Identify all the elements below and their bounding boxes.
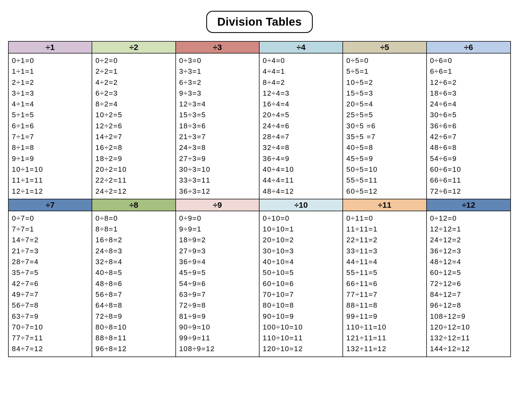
page-title: Division Tables	[206, 11, 313, 33]
table-header: ÷1	[9, 42, 92, 53]
equation-row: 77÷11=7	[346, 289, 423, 300]
equation-row: 16÷2=8	[95, 142, 172, 153]
equation-row: 45÷5=9	[346, 153, 423, 164]
table-header: ÷12	[427, 199, 510, 211]
equation-row: 21÷7=3	[12, 246, 88, 256]
equation-row: 30÷3=10	[179, 164, 256, 175]
equation-row: 11÷11=1	[346, 224, 423, 234]
equation-row: 40÷4=10	[263, 164, 339, 175]
equation-row: 60÷10=6	[263, 278, 339, 289]
table-header: ÷8	[92, 199, 175, 211]
equation-row: 45÷9=5	[179, 267, 256, 278]
table-col-3: ÷3 0÷3=03÷3=16÷3=29÷3=312÷3=415÷3=518÷3=…	[176, 42, 260, 199]
table-col-12: ÷12 0÷12=012÷12=124÷12=236÷12=348÷12=460…	[427, 199, 510, 357]
equation-row: 36÷3=12	[179, 186, 256, 197]
equation-row: 60÷6=10	[430, 164, 507, 175]
equation-row: 0÷7=0	[12, 213, 88, 224]
equation-row: 50÷10=5	[263, 267, 339, 278]
equation-row: 18÷6=3	[430, 88, 507, 99]
equation-row: 72÷9=8	[179, 300, 256, 311]
equation-row: 20÷10=2	[263, 234, 339, 245]
table-header: ÷9	[176, 199, 259, 211]
equation-row: 0÷8=0	[95, 213, 172, 224]
table-header: ÷3	[176, 42, 259, 53]
table-header: ÷7	[9, 199, 92, 211]
equation-row: 55÷5=11	[346, 175, 423, 186]
equation-row: 33÷3=11	[179, 175, 256, 186]
table-rows: 0÷8=08÷8=116÷8=224÷8=332÷8=440÷8=548÷8=6…	[92, 211, 175, 357]
equation-row: 2÷2=1	[95, 66, 172, 77]
equation-row: 35÷5 =7	[346, 131, 423, 142]
equation-row: 24÷6=4	[430, 99, 507, 109]
table-rows: 0÷6=06÷6=112÷6=218÷6=324÷6=430÷6=536÷6=6…	[427, 53, 510, 199]
equation-row: 84÷7=12	[12, 343, 88, 354]
equation-row: 14÷2=7	[95, 131, 172, 142]
equation-row: 4÷2=2	[95, 77, 172, 88]
equation-row: 12÷2=6	[95, 120, 172, 131]
equation-row: 10÷10=1	[263, 224, 339, 234]
equation-row: 18÷3=6	[179, 120, 256, 131]
equation-row: 44÷4=11	[263, 175, 339, 186]
equation-row: 54÷6=9	[430, 153, 507, 164]
equation-row: 22÷11=2	[346, 234, 423, 245]
equation-row: 66÷11=6	[346, 278, 423, 289]
equation-row: 40÷5=8	[346, 142, 423, 153]
equation-row: 24÷2=12	[95, 186, 172, 197]
equation-row: 0÷3=0	[179, 55, 256, 66]
equation-row: 8÷4=2	[263, 77, 339, 88]
equation-row: 132÷11=12	[346, 343, 423, 354]
equation-row: 6÷3=2	[179, 77, 256, 88]
equation-row: 14÷7=2	[12, 234, 88, 245]
equation-row: 48÷12=4	[430, 256, 507, 267]
equation-row: 110÷10=11	[263, 332, 339, 343]
equation-row: 40÷10=4	[263, 256, 339, 267]
equation-row: 48÷8=6	[95, 278, 172, 289]
equation-row: 60÷12=5	[430, 267, 507, 278]
equation-row: 132÷12=11	[430, 332, 507, 343]
equation-row: 4÷1=4	[12, 99, 88, 109]
equation-row: 0÷10=0	[263, 213, 339, 224]
equation-row: 48÷6=8	[430, 142, 507, 153]
equation-row: 24÷3=8	[179, 142, 256, 153]
table-header: ÷10	[260, 199, 342, 211]
equation-row: 2÷1=2	[12, 77, 88, 88]
equation-row: 30÷5 =6	[346, 120, 423, 131]
table-rows: 0÷9=09÷9=118÷9=227÷9=336÷9=445÷9=554÷9=6…	[176, 211, 259, 357]
equation-row: 144÷12=12	[430, 343, 507, 354]
table-col-7: ÷7 0÷7=07÷7=114÷7=221÷7=328÷7=435÷7=542÷…	[9, 199, 92, 357]
equation-row: 20÷5=4	[346, 99, 423, 109]
equation-row: 81÷9=9	[179, 311, 256, 322]
equation-row: 0÷2=0	[95, 55, 172, 66]
table-rows: 0÷3=03÷3=16÷3=29÷3=312÷3=415÷3=518÷3=621…	[176, 53, 259, 199]
table-header: ÷2	[92, 42, 175, 53]
equation-row: 0÷6=0	[430, 55, 507, 66]
equation-row: 24÷4=6	[263, 120, 339, 131]
equation-row: 25÷5=5	[346, 109, 423, 120]
equation-row: 96÷12=8	[430, 300, 507, 311]
equation-row: 42÷6=7	[430, 131, 507, 142]
table-col-10: ÷10 0÷10=010÷10=120÷10=230÷10=340÷10=450…	[260, 199, 343, 357]
equation-row: 0÷12=0	[430, 213, 507, 224]
equation-row: 32÷8=4	[95, 256, 172, 267]
equation-row: 66÷6=11	[430, 175, 507, 186]
equation-row: 0÷11=0	[346, 213, 423, 224]
equation-row: 6÷2=3	[95, 88, 172, 99]
equation-row: 0÷4=0	[263, 55, 339, 66]
equation-row: 6÷6=1	[430, 66, 507, 77]
table-col-9: ÷9 0÷9=09÷9=118÷9=227÷9=336÷9=445÷9=554÷…	[176, 199, 260, 357]
equation-row: 33÷11=3	[346, 246, 423, 256]
equation-row: 72÷6=12	[430, 186, 507, 197]
equation-row: 7÷1=7	[12, 131, 88, 142]
equation-row: 90÷9=10	[179, 322, 256, 332]
table-col-8: ÷8 0÷8=08÷8=116÷8=224÷8=332÷8=440÷8=548÷…	[92, 199, 176, 357]
equation-row: 44÷11=4	[346, 256, 423, 267]
equation-row: 28÷4=7	[263, 131, 339, 142]
equation-row: 50÷5=10	[346, 164, 423, 175]
equation-row: 96÷8=12	[95, 343, 172, 354]
table-rows: 0÷7=07÷7=114÷7=221÷7=328÷7=435÷7=542÷7=6…	[9, 211, 92, 357]
equation-row: 55÷11=5	[346, 267, 423, 278]
equation-row: 5÷1=5	[12, 109, 88, 120]
equation-row: 48÷4=12	[263, 186, 339, 197]
equation-row: 36÷9=4	[179, 256, 256, 267]
equation-row: 88÷11=8	[346, 300, 423, 311]
